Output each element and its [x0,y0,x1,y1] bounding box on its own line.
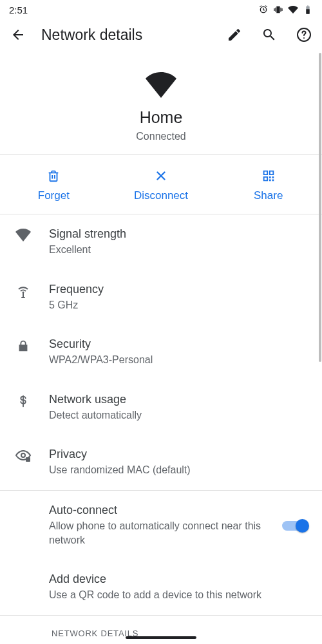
battery-icon [303,5,313,15]
close-icon [154,169,168,183]
wifi-hero-icon [145,72,177,98]
search-icon [261,27,277,43]
usage-row[interactable]: Network usage Detect automatically [0,380,322,435]
help-icon [296,27,312,43]
signal-title: Signal strength [49,227,308,241]
vibrate-icon [273,5,283,15]
frequency-value: 5 GHz [49,298,308,312]
usage-value: Detect automatically [49,408,308,422]
wifi-status-icon [288,5,298,15]
page-title: Network details [41,26,211,44]
share-label: Share [254,189,283,202]
privacy-value: Use randomized MAC (default) [49,463,308,477]
disconnect-button[interactable]: Disconnect [108,155,215,214]
arrow-back-icon [10,27,26,43]
signal-row: Signal strength Excellent [0,214,322,270]
adddevice-row[interactable]: Add device Use a QR code to add a device… [0,560,322,615]
search-button[interactable] [258,23,281,46]
network-name: Home [0,108,322,127]
trash-icon [46,169,61,183]
autoconnect-row[interactable]: Auto-connect Allow phone to automaticall… [0,491,322,560]
svg-rect-4 [26,457,30,462]
help-button[interactable] [292,23,316,46]
edit-button[interactable] [223,23,246,46]
network-hero: Home Connected [0,53,322,155]
autoconnect-switch[interactable] [282,518,308,533]
signal-value: Excellent [49,243,308,257]
forget-label: Forget [38,189,70,202]
app-bar: Network details [0,18,322,53]
privacy-title: Privacy [49,448,308,461]
status-bar: 2:51 [0,0,322,18]
alarm-icon [258,5,269,15]
network-status: Connected [0,131,322,142]
status-icons [258,5,313,15]
qr-icon [261,169,276,183]
wifi-icon [15,229,31,242]
share-button[interactable]: Share [214,155,322,214]
security-title: Security [49,337,308,351]
eye-lock-icon [15,449,32,463]
security-row: Security WPA2/WPA3-Personal [0,325,322,380]
scroll-indicator [319,53,321,362]
status-time: 2:51 [9,5,28,15]
section-network-details: NETWORK DETAILS [0,616,322,638]
back-button[interactable] [6,23,30,46]
disconnect-label: Disconnect [134,189,188,202]
dollar-icon [16,394,30,408]
security-value: WPA2/WPA3-Personal [49,353,308,367]
usage-title: Network usage [49,393,308,406]
svg-point-3 [21,453,25,457]
forget-button[interactable]: Forget [0,155,108,214]
nav-handle[interactable] [126,636,196,639]
content-scroll[interactable]: Home Connected Forget Disconnect Share S… [0,53,322,643]
svg-point-1 [303,37,305,39]
frequency-title: Frequency [49,283,308,296]
adddevice-desc: Use a QR code to add a device to this ne… [49,588,308,602]
autoconnect-desc: Allow phone to automatically connect nea… [49,519,265,547]
privacy-row[interactable]: Privacy Use randomized MAC (default) [0,435,322,490]
lock-icon [16,339,30,353]
antenna-icon [15,284,31,299]
frequency-row: Frequency 5 GHz [0,270,322,325]
action-row: Forget Disconnect Share [0,155,322,214]
adddevice-title: Add device [49,573,308,586]
pencil-icon [227,27,242,43]
autoconnect-title: Auto-connect [49,504,265,517]
